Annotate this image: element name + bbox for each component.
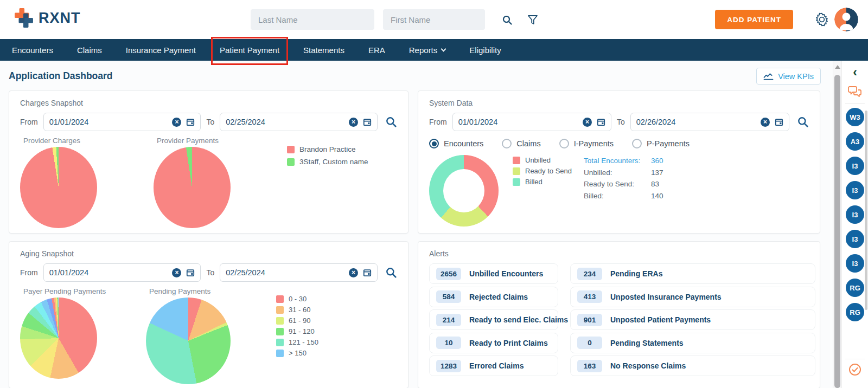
chat-icon[interactable] [848,86,862,99]
payer-pending-payments-pie [20,298,97,379]
sidebar-badge[interactable]: W3 [846,108,864,126]
clear-date-icon[interactable]: × [349,268,358,277]
legend-item: Billed [513,178,572,186]
charges-from-date-input[interactable]: 01/01/2024 × [43,113,201,131]
page-title: Application Dashboard [9,70,113,82]
legend-swatch [287,146,295,153]
provider-payments-pie [154,147,231,228]
view-kpis-button[interactable]: View KPIs [756,68,821,85]
clear-date-icon[interactable]: × [583,118,592,127]
clear-date-icon[interactable]: × [172,118,181,127]
nav-item-era[interactable]: ERA [356,39,397,61]
alert-unposted-patient-payments[interactable]: 901 Unposted Patient Payments [570,309,815,330]
sidebar-scrollbar[interactable] [865,111,867,310]
calendar-icon[interactable] [186,118,195,126]
legend-item: Ready to Send [513,167,572,175]
clear-date-icon[interactable]: × [761,118,770,127]
calendar-icon[interactable] [186,268,195,277]
alert-no-response-claims[interactable]: 163 No Response Claims [570,355,815,376]
alert-count-badge: 901 [577,314,602,326]
alert-pending-eras[interactable]: 234 Pending ERAs [570,263,815,284]
nav-item-reports[interactable]: Reports [397,39,458,61]
nav-item-eligibility[interactable]: Eligibility [457,39,513,61]
donut-hole [443,169,484,212]
last-name-input[interactable] [251,9,374,30]
legend-item: 3Staff, Custom name [287,158,368,166]
radio-p-payments[interactable]: P-Payments [632,139,690,148]
system-legend: Unbilled Ready to Send Billed [513,156,572,227]
alert-rejected-claims[interactable]: 584 Rejected Claims [429,287,558,307]
chevron-down-icon [441,46,446,51]
legend-swatch [513,167,520,175]
system-search-icon[interactable] [797,116,809,128]
sidebar-badge[interactable]: I3 [846,205,864,224]
radio-encounters[interactable]: Encounters [429,139,483,148]
calendar-icon[interactable] [363,118,372,126]
alert-ready-to-send-elec-claims[interactable]: 214 Ready to send Elec. Claims [429,309,558,330]
system-to-date-input[interactable]: 02/26/2024 × [630,113,789,131]
radio-icon [632,139,642,148]
legend-swatch [276,306,284,314]
nav-item-insurance-payment[interactable]: Insurance Payment [114,39,208,61]
charges-search-icon[interactable] [385,116,397,128]
sidebar-badge[interactable]: I3 [846,181,864,199]
calendar-icon[interactable] [363,268,372,277]
check-circle-icon[interactable] [848,363,861,376]
legend-swatch [513,157,520,164]
alert-count-badge: 214 [436,314,461,326]
alert-ready-to-print-claims[interactable]: 10 Ready to Print Claims [429,333,558,353]
legend-item: 121 - 150 [276,338,318,346]
legend-item: 91 - 120 [276,327,318,335]
settings-gear-icon[interactable] [815,12,829,27]
scrollbar-up-arrow[interactable] [835,65,840,69]
clear-date-icon[interactable]: × [349,118,358,127]
charges-to-date-input[interactable]: 02/25/2024 × [220,113,378,131]
right-sidebar: ‹ W3 A3 I3 I3 I3 I3 I3 RG RG [841,61,868,388]
scrollbar-thumb[interactable] [834,75,840,388]
aging-from-date-input[interactable]: 01/01/2024 × [43,263,201,282]
legend-swatch [276,317,284,325]
sidebar-badge[interactable]: RG [846,303,864,321]
clear-date-icon[interactable]: × [172,268,181,277]
radio-claims[interactable]: Claims [502,139,540,148]
kpi-chart-icon [763,72,774,80]
nav-item-encounters[interactable]: Encounters [0,39,65,61]
aging-snapshot-panel: Aging Snapshot From 01/01/2024 × To 02/2… [9,241,409,388]
sidebar-divider [845,359,865,359]
radio-i-payments[interactable]: I-Payments [559,139,614,148]
alert-pending-statements[interactable]: 0 Pending Statements [570,333,815,353]
nav-item-patient-payment[interactable]: Patient Payment [208,39,291,61]
add-patient-button[interactable]: ADD PATIENT [715,10,793,29]
collapse-sidebar-icon[interactable]: ‹ [853,66,857,79]
nav-item-statements[interactable]: Statements [291,39,356,61]
alert-count-badge: 234 [577,268,602,280]
to-label: To [617,118,625,126]
nav-item-claims[interactable]: Claims [65,39,114,61]
charges-snapshot-panel: Charges Snapshot From 01/01/2024 × To 02… [9,90,409,234]
sidebar-badge[interactable]: RG [846,279,864,297]
sidebar-badge[interactable]: I3 [846,230,864,248]
calendar-icon[interactable] [775,118,783,126]
to-label: To [206,118,214,126]
user-avatar[interactable] [834,8,858,31]
filter-icon[interactable] [527,15,538,25]
sidebar-badge[interactable]: A3 [846,132,864,151]
provider-charges-pie [20,147,97,228]
alert-unbilled-encounters[interactable]: 2656 Unbilled Encounters [429,263,558,284]
first-name-input[interactable] [383,9,485,30]
aging-search-icon[interactable] [385,267,397,279]
sidebar-badge[interactable]: I3 [846,254,864,273]
encounter-stats: Total Encounters: 360 Unbilled: 137 Read… [584,155,663,227]
alert-unposted-insurance-payments[interactable]: 413 Unposted Insurance Payments [570,287,815,307]
system-from-date-input[interactable]: 01/01/2024 × [452,113,611,131]
alert-errored-claims[interactable]: 1283 Errored Claims [429,355,558,376]
stat-total-encounters: Total Encounters: 360 [584,155,663,167]
from-label: From [20,268,38,277]
sidebar-badge[interactable]: I3 [846,157,864,175]
aging-to-date-input[interactable]: 02/25/2024 × [220,263,378,282]
encounters-donut-chart [429,155,499,227]
main-scrollbar[interactable] [833,61,841,388]
calendar-icon[interactable] [597,118,605,126]
patient-search-icon[interactable] [502,15,513,25]
rxnt-logo[interactable]: RXNT [14,8,81,28]
